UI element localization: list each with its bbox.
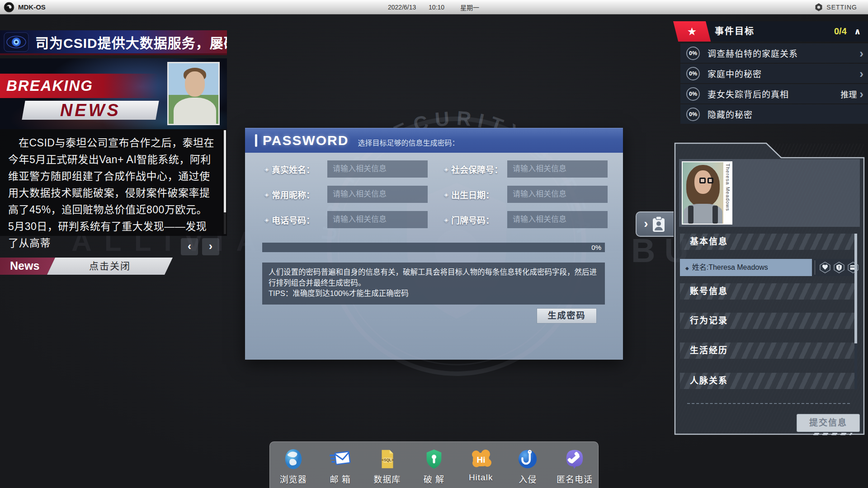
star-icon: ★ xyxy=(687,25,697,38)
section-account-info[interactable]: 账号信息 xyxy=(680,283,855,300)
section-basic-info[interactable]: 基本信息 xyxy=(680,234,855,250)
diamond-bullet-icon: ◈ xyxy=(264,166,269,173)
anchor-portrait xyxy=(167,62,220,125)
objectives-panel: ★ 事件目标 0/4 ∧ 0% 调查赫伯特的家庭关系 › 0% 家庭中的秘密 ›… xyxy=(673,21,868,126)
svg-text:<SQL>: <SQL> xyxy=(382,458,394,462)
anonymous-call-icon xyxy=(563,447,586,471)
section-behavior-records[interactable]: 行为记录 xyxy=(680,313,855,329)
submit-info-button[interactable]: 提交信息 xyxy=(797,414,860,432)
next-page-button[interactable]: › xyxy=(202,238,219,255)
ssn-label: ◈ 社会保障号： xyxy=(444,160,503,178)
hex-heart-icon[interactable] xyxy=(819,262,831,273)
objectives-star-tab: ★ xyxy=(673,21,711,42)
real-name-input[interactable] xyxy=(327,160,428,178)
password-dialog-header: PASSWORD 选择目标足够的信息生成密码： xyxy=(245,128,623,153)
password-dialog: PUBLIC SECURITY BUREAU PASSWORD 选择目标足够的信… xyxy=(245,128,623,360)
diamond-bullet-icon: ◆ xyxy=(685,266,689,271)
news-scrollbar[interactable] xyxy=(224,130,226,234)
news-widget: 司为CSID提供大数据服务，屡破案 BREAKING NEWS 在CSID与泰坦… xyxy=(0,30,227,236)
chevron-right-icon: › xyxy=(859,47,863,59)
browser-globe-icon xyxy=(282,447,305,471)
dock-app-hitalk[interactable]: Hi Hitalk xyxy=(459,447,503,483)
password-dialog-body xyxy=(245,153,623,360)
section-connections[interactable]: 人脉关系 xyxy=(680,373,855,389)
objective-item[interactable]: 0% 调查赫伯特的家庭关系 › xyxy=(680,43,868,63)
diamond-bullet-icon: ◈ xyxy=(264,216,269,223)
hex-shield-icon[interactable] xyxy=(833,262,845,273)
objective-percent-badge: 0% xyxy=(686,67,700,80)
house-number-input[interactable] xyxy=(507,211,608,228)
objective-percent-badge: 0% xyxy=(686,87,700,101)
phone-input[interactable] xyxy=(327,211,428,228)
news-ticker-headline: 司为CSID提供大数据服务，屡破案 xyxy=(35,32,227,52)
dock-app-mail[interactable]: 邮 箱 xyxy=(319,447,362,485)
tips-text: TIPS：准确度到达100%才能生成正确密码 xyxy=(269,288,599,299)
profile-photo-card: Theresa Meadows xyxy=(679,159,860,227)
profile-panel: Theresa Meadows 基本信息 ◆姓名:Theresa Meadows xyxy=(674,141,865,436)
name-value: ◆姓名:Theresa Meadows xyxy=(680,259,812,276)
generate-password-button[interactable]: 生成密码 xyxy=(537,308,597,324)
progress-percent: 0% xyxy=(591,243,601,252)
profile-photo: Theresa Meadows xyxy=(682,161,732,225)
news-paragraph: 在CSID与泰坦公司宣布合作之后，泰坦在今年5月正式研发出Van+ AI智能系统… xyxy=(8,135,217,218)
dialog-title: PASSWORD xyxy=(263,133,349,148)
objective-item[interactable]: 0% 妻女失踪背后的真相 推理 › xyxy=(680,84,868,103)
objectives-count: 0/4 xyxy=(834,21,847,42)
section-life-experience[interactable]: 生活经历 xyxy=(680,343,855,359)
objective-item[interactable]: 0% 家庭中的秘密 › xyxy=(680,64,868,83)
objective-percent-badge: 0% xyxy=(686,108,700,121)
news-pagination: ‹ › xyxy=(0,238,227,255)
news-footer: News 点击关闭 xyxy=(0,258,190,275)
breaking-band: BREAKING xyxy=(0,74,158,98)
gear-icon xyxy=(814,3,823,12)
divider xyxy=(815,260,815,275)
news-article-body: 在CSID与泰坦公司宣布合作之后，泰坦在今年5月正式研发出Van+ AI智能系统… xyxy=(0,129,227,236)
dock-app-database[interactable]: <SQL> 数据库 xyxy=(365,447,409,485)
ssn-input[interactable] xyxy=(507,160,608,178)
svg-text:Hi: Hi xyxy=(476,455,485,465)
nickname-label: ◈ 常用昵称： xyxy=(264,186,315,203)
dialog-subtitle: 选择目标足够的信息生成密码： xyxy=(358,137,459,148)
prev-page-button[interactable]: ‹ xyxy=(181,238,198,255)
description-text: 人们设置的密码普遍和自身的信息有关，破解工具会将目标人物的每条信息转化成密码字段… xyxy=(269,267,599,288)
house-number-label: ◈ 门牌号码： xyxy=(444,211,494,228)
accuracy-progress-bar: 0% xyxy=(262,243,605,252)
deduce-link[interactable]: 推理 xyxy=(840,88,857,100)
profile-name-row[interactable]: ◆姓名:Theresa Meadows xyxy=(680,259,855,276)
crack-shield-icon xyxy=(423,447,445,471)
diamond-bullet-icon: ◈ xyxy=(264,191,269,198)
dock-app-anonymous-call[interactable]: 匿名电话 xyxy=(553,447,596,485)
diamond-bullet-icon: ◈ xyxy=(444,166,448,173)
id-badge-icon xyxy=(651,216,666,233)
dashed-divider xyxy=(687,403,850,404)
system-date: 2022/6/13 xyxy=(388,4,416,11)
dock-app-crack[interactable]: 破 解 xyxy=(412,447,456,485)
objective-item[interactable]: 0% 隐藏的秘密 › xyxy=(680,104,868,124)
real-name-label: ◈ 真实姓名： xyxy=(264,160,315,178)
nickname-input[interactable] xyxy=(327,186,428,203)
profile-scrollbar[interactable] xyxy=(854,234,857,389)
intrude-hook-icon xyxy=(516,447,539,471)
diamond-bullet-icon: ◈ xyxy=(444,216,448,223)
birthdate-input[interactable] xyxy=(507,186,608,203)
news-scrollbar-thumb[interactable] xyxy=(224,130,226,212)
dock-app-browser[interactable]: 浏览器 xyxy=(272,447,315,485)
sql-database-icon: <SQL> xyxy=(376,447,398,471)
hex-card-icon[interactable] xyxy=(847,262,859,273)
phone-label: ◈ 电话号码： xyxy=(264,211,315,228)
chevron-right-icon: › xyxy=(859,68,863,80)
close-news-button[interactable]: 点击关闭 xyxy=(47,258,173,275)
dock-app-intrude[interactable]: 入侵 xyxy=(506,447,549,485)
app-dock: 浏览器 邮 箱 <SQL> 数据库 xyxy=(269,441,599,488)
birthdate-label: ◈ 出生日期： xyxy=(444,186,494,203)
collapse-objectives-icon[interactable]: ∧ xyxy=(854,21,861,42)
system-weekday: 星期一 xyxy=(460,3,479,12)
profile-panel-handle[interactable]: › xyxy=(636,211,674,237)
objectives-title: 事件目标 xyxy=(715,21,755,42)
portrait-name-caption: Theresa Meadows xyxy=(723,162,731,224)
mdk-os-logo-icon xyxy=(4,2,14,13)
settings-button[interactable]: SETTING xyxy=(814,0,857,14)
portrait-glasses xyxy=(693,178,713,183)
profile-scrollbar-thumb[interactable] xyxy=(854,234,857,343)
news-word: NEWS xyxy=(60,101,121,120)
